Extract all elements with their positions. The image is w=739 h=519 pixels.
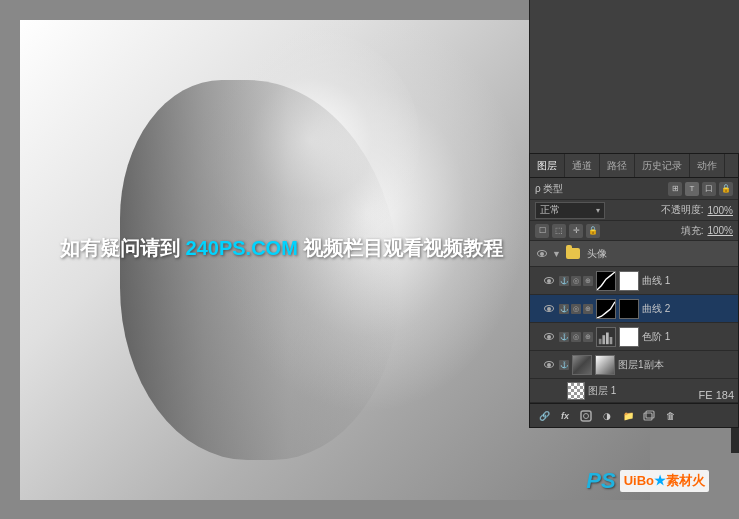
panel-tabs-row: 图层 通道 路径 历史记录 动作 [530, 154, 738, 178]
svg-point-5 [584, 413, 589, 418]
filter-icon-shape[interactable]: 口 [702, 182, 716, 196]
opacity-value[interactable]: 100% [707, 205, 733, 216]
lock-all-icon[interactable]: 🔒 [586, 224, 600, 238]
fx-btn[interactable]: fx [556, 407, 574, 425]
uibo-logo: UiBo★素材火 [620, 470, 709, 492]
tab-actions[interactable]: 动作 [690, 154, 725, 177]
layer-group-row[interactable]: ▼ 头像 [530, 241, 738, 267]
svg-rect-7 [646, 411, 654, 418]
svg-rect-6 [644, 413, 652, 420]
layer-name-curves1: 曲线 1 [642, 274, 733, 288]
watermark-suffix: 视频栏目观看视频教程 [298, 237, 504, 259]
layer-row-curves2[interactable]: ⚓ ◎ ⊕ 曲线 2 [530, 295, 738, 323]
svg-rect-3 [610, 337, 613, 344]
layers-panel[interactable]: 图层 通道 路径 历史记录 动作 ρ 类型 ⊞ T 口 🔒 [529, 153, 739, 428]
panel-toolbar: 🔗 fx ◑ 📁 🗑 [530, 403, 738, 427]
eye-icon-photo1[interactable] [542, 358, 556, 372]
adjustment-btn[interactable]: ◑ [598, 407, 616, 425]
thumb-curves1 [596, 271, 616, 291]
svg-rect-0 [599, 338, 602, 343]
filter-label: ρ 类型 [535, 182, 563, 196]
group-folder-icon [566, 248, 580, 259]
fe-text: FE 184 [699, 389, 734, 401]
tab-paths[interactable]: 路径 [600, 154, 635, 177]
eye-icon-curves2[interactable] [542, 302, 556, 316]
link-btn-photo1[interactable]: ⚓ [559, 360, 569, 370]
group-layer-name: 头像 [587, 247, 733, 261]
layer-name-levels1: 色阶 1 [642, 330, 733, 344]
thumb-sublayer [567, 382, 585, 400]
filter-icon-lock[interactable]: 🔒 [719, 182, 733, 196]
blend-mode-select[interactable]: 正常 ▾ [535, 202, 605, 219]
lock-icon-transparent[interactable]: ☐ [535, 224, 549, 238]
link-btn-curves1[interactable]: ⚓ [559, 276, 569, 286]
fx-btn-levels1[interactable]: ◎ [571, 332, 581, 342]
ps-logo: PS [586, 468, 615, 494]
opacity-label: 不透明度: [661, 203, 704, 217]
layer-row-curves1[interactable]: ⚓ ◎ ⊕ 曲线 1 [530, 267, 738, 295]
thumb-levels1 [596, 327, 616, 347]
mask-btn-curves2[interactable]: ⊕ [583, 304, 593, 314]
thumb-photo1 [572, 355, 592, 375]
blend-mode-row: 正常 ▾ 不透明度: 100% [530, 200, 738, 221]
svg-rect-4 [581, 411, 591, 421]
filter-icon-text[interactable]: T [685, 182, 699, 196]
mask-thumb-curves2 [619, 299, 639, 319]
delete-layer-btn[interactable]: 🗑 [661, 407, 679, 425]
svg-rect-1 [602, 335, 605, 344]
mask-thumb-photo1 [595, 355, 615, 375]
eye-icon-levels1[interactable] [542, 330, 556, 344]
filter-icon-image[interactable]: ⊞ [668, 182, 682, 196]
filter-row: ρ 类型 ⊞ T 口 🔒 [530, 178, 738, 200]
tab-channels[interactable]: 通道 [565, 154, 600, 177]
fill-row: ☐ ⬚ ✛ 🔒 填充: 100% [530, 221, 738, 241]
link-layers-btn[interactable]: 🔗 [535, 407, 553, 425]
mask-btn-levels1[interactable]: ⊕ [583, 332, 593, 342]
group-eye-icon[interactable] [535, 247, 549, 261]
svg-rect-2 [606, 332, 609, 344]
lock-icon-pixels[interactable]: ⬚ [552, 224, 566, 238]
layers-list: ▼ 头像 ⚓ ◎ ⊕ 曲线 1 [530, 241, 738, 403]
watermark-prefix: 如有疑问请到 [60, 237, 186, 259]
fill-value[interactable]: 100% [707, 225, 733, 236]
tab-history[interactable]: 历史记录 [635, 154, 690, 177]
watermark-highlight: 240PS.COM [186, 237, 298, 259]
thumb-curves2 [596, 299, 616, 319]
layer-name-curves2: 曲线 2 [642, 302, 733, 316]
layer-name-photo1: 图层1副本 [618, 358, 733, 372]
mask-thumb-curves1 [619, 271, 639, 291]
mask-thumb-levels1 [619, 327, 639, 347]
mask-btn-curves1[interactable]: ⊕ [583, 276, 593, 286]
new-layer-btn[interactable] [640, 407, 658, 425]
watermark-text: 如有疑问请到 240PS.COM 视频栏目观看视频教程 [60, 235, 503, 262]
add-mask-btn[interactable] [577, 407, 595, 425]
layer-row-levels1[interactable]: ⚓ ◎ ⊕ 色阶 1 [530, 323, 738, 351]
lock-icon-position[interactable]: ✛ [569, 224, 583, 238]
new-group-btn[interactable]: 📁 [619, 407, 637, 425]
link-btn-levels1[interactable]: ⚓ [559, 332, 569, 342]
layer-row-photo1[interactable]: ⚓ 图层1副本 [530, 351, 738, 379]
blend-chevron: ▾ [596, 206, 600, 215]
eye-icon-curves1[interactable] [542, 274, 556, 288]
top-right-dark-panel [529, 0, 739, 153]
bottom-logos-area: PS UiBo★素材火 [586, 468, 709, 494]
fx-btn-curves1[interactable]: ◎ [571, 276, 581, 286]
fx-btn-curves2[interactable]: ◎ [571, 304, 581, 314]
canvas-area: 如有疑问请到 240PS.COM 视频栏目观看视频教程 PS UiBo★素材火 … [0, 0, 739, 519]
tab-layers[interactable]: 图层 [530, 154, 565, 177]
group-arrow: ▼ [552, 249, 561, 259]
link-btn-curves2[interactable]: ⚓ [559, 304, 569, 314]
fill-label: 填充: [681, 224, 704, 238]
